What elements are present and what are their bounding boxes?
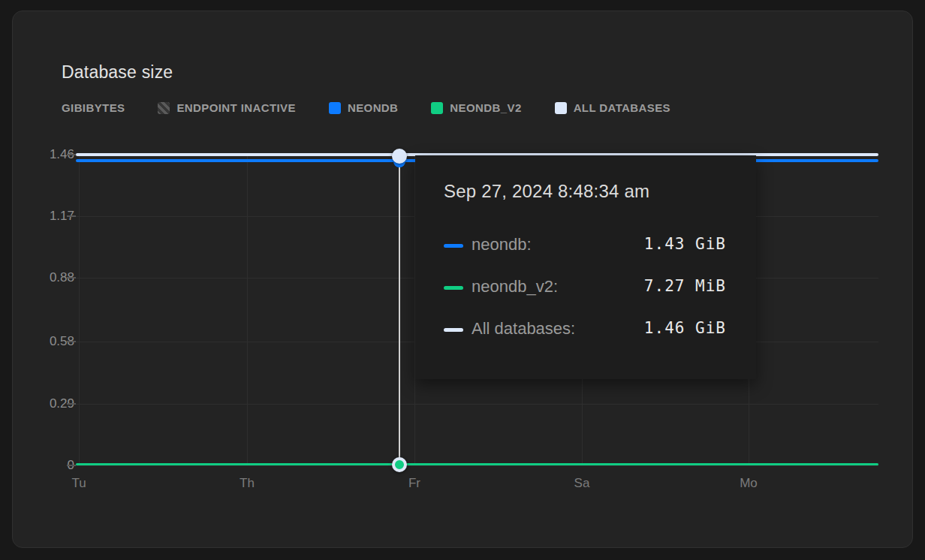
x-tick-label: Fr bbox=[390, 475, 438, 492]
gridline-v bbox=[247, 155, 248, 465]
gridline-h bbox=[76, 465, 878, 466]
page-title: Database size bbox=[62, 62, 173, 83]
legend-item-label: ALL DATABASES bbox=[574, 101, 670, 114]
x-tick-label: Th bbox=[223, 475, 271, 492]
tooltip-row-label: neondb: bbox=[472, 235, 532, 254]
x-tick-label: Mo bbox=[725, 475, 773, 492]
tooltip-row-label: All databases: bbox=[472, 319, 575, 339]
legend-item-label: ENDPOINT INACTIVE bbox=[176, 101, 295, 114]
tooltip-timestamp: Sep 27, 2024 8:48:34 am bbox=[444, 181, 649, 202]
tooltip-row-neondb: neondb: 1.43 GiB bbox=[415, 233, 756, 257]
tooltip-row-all-databases: All databases: 1.46 GiB bbox=[415, 318, 756, 342]
legend-item-neondb-v2[interactable]: NEONDB_V2 bbox=[431, 101, 521, 114]
legend-unit: GIBIBYTES bbox=[62, 101, 125, 114]
y-tick-mark bbox=[67, 277, 76, 278]
crosshair-line bbox=[399, 156, 400, 465]
all-databases-swatch-icon bbox=[555, 102, 567, 114]
legend-item-endpoint-inactive[interactable]: ENDPOINT INACTIVE bbox=[158, 101, 295, 114]
series-line-neondb-v2[interactable] bbox=[76, 463, 878, 465]
neondb-line-icon bbox=[444, 244, 463, 248]
x-tick-label: Sa bbox=[558, 475, 606, 492]
chart-legend: GIBIBYTES ENDPOINT INACTIVE NEONDB NEOND… bbox=[62, 101, 670, 114]
tooltip-row-neondb-v2: neondb_v2: 7.27 MiB bbox=[415, 275, 756, 300]
neondb-swatch-icon bbox=[329, 102, 341, 114]
legend-item-neondb[interactable]: NEONDB bbox=[329, 101, 398, 114]
y-tick-mark bbox=[67, 215, 76, 217]
neondb-v2-swatch-icon bbox=[431, 102, 443, 114]
endpoint-inactive-hatch-icon bbox=[158, 102, 170, 114]
gridline-h bbox=[76, 404, 878, 405]
tooltip-row-value: 1.43 GiB bbox=[644, 235, 726, 253]
y-tick-mark bbox=[67, 403, 76, 405]
neondb-v2-line-icon bbox=[444, 286, 463, 290]
legend-item-label: NEONDB bbox=[348, 101, 398, 114]
legend-item-label: NEONDB_V2 bbox=[450, 101, 521, 114]
chart-tooltip: Sep 27, 2024 8:48:34 am neondb: 1.43 GiB… bbox=[415, 155, 756, 379]
y-tick-mark bbox=[67, 465, 76, 466]
unit-label: GIBIBYTES bbox=[62, 101, 125, 114]
y-tick-mark bbox=[67, 341, 76, 342]
hover-point-neondb-v2 bbox=[392, 457, 407, 472]
tooltip-row-label: neondb_v2: bbox=[472, 277, 558, 297]
x-tick-label: Tu bbox=[55, 475, 103, 492]
tooltip-row-value: 1.46 GiB bbox=[644, 319, 726, 337]
hover-point-all-databases bbox=[392, 149, 407, 164]
legend-item-all-databases[interactable]: ALL DATABASES bbox=[555, 101, 670, 114]
gridline-v bbox=[79, 155, 80, 465]
page: Database size GIBIBYTES ENDPOINT INACTIV… bbox=[0, 0, 925, 560]
y-tick-mark bbox=[67, 154, 76, 155]
all-databases-line-icon bbox=[444, 328, 463, 332]
tooltip-row-value: 7.27 MiB bbox=[644, 277, 726, 295]
